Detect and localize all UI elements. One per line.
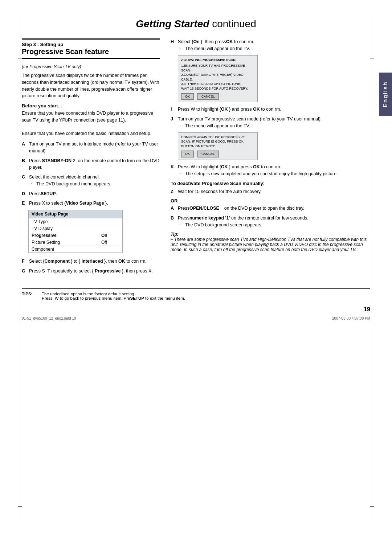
step-content-deact-A: PressOPEN/CLOSE on the DVD player to ope…	[178, 205, 370, 212]
page-container: English Getting Started continued Step 3…	[0, 0, 392, 554]
row-value-component	[101, 247, 119, 252]
step-content-D: PressSETUP.	[29, 190, 160, 197]
right-column: H Select {On }, then pressOK to con rm. …	[171, 38, 370, 278]
screen1-line3: 3.IF THERE IS A DISTORTED PICTURE,	[181, 82, 254, 86]
row-value-picture: Off	[101, 240, 119, 245]
sub-text-H: The menu will appear on the TV.	[185, 45, 250, 52]
language-tab: English	[379, 73, 392, 116]
tips-label: TIPS:	[22, 292, 38, 300]
step-letter-B: B	[22, 157, 27, 171]
sub-dot-K: ‧	[179, 171, 183, 177]
step-letter-F: F	[22, 258, 27, 265]
screen1-line2: 2.CONNECT USING YPBPR(GBR) VIDEO CABLE.	[181, 73, 254, 82]
page-title-continued: continued	[212, 18, 256, 29]
step-E: E Press X to select {Video Setup Page }.	[22, 200, 160, 207]
table-header: Video Setup Page	[29, 210, 122, 218]
footer-left: 01-51_dvp5160_12_eng2.indd 19	[22, 316, 76, 320]
step-letter-E: E	[22, 200, 27, 207]
language-tab-label: English	[382, 81, 389, 107]
step-letter-Z: Z	[171, 188, 176, 195]
step-letter-deact-B: B	[171, 215, 176, 229]
step-deact-A: A PressOPEN/CLOSE on the DVD player to o…	[171, 205, 370, 212]
step-content-deact-B: Pressnumeric keypad '1' on the remote co…	[178, 215, 370, 229]
table-row-tvdisplay: TV Display	[29, 225, 122, 232]
sub-dot-J: ‧	[179, 123, 183, 130]
tips-line1: The underlined option is the factory def…	[42, 292, 370, 296]
tips-line2: Press W to go back to previous menu item…	[42, 296, 370, 300]
before-start-text: Ensure that you have connected this DVD …	[22, 110, 160, 137]
step-K: K Press W to highlight {OK } and press O…	[171, 164, 370, 177]
page-title-main: Getting Started	[136, 18, 209, 29]
tip-label: Tip:	[171, 232, 179, 237]
step-content-G: Press S T repeatedly to select { Progres…	[29, 268, 160, 275]
screen1-line4: WAIT 15 SECONDS FOR AUTO RECOVERY.	[181, 86, 254, 91]
margin-mark	[370, 58, 374, 58]
tips-underline: underlined option	[50, 292, 82, 296]
step-Z: Z Wait for 15 seconds for the auto recov…	[171, 188, 370, 195]
tips-bar: TIPS: The underlined option is the facto…	[22, 288, 370, 303]
deactivate-heading: To deactivate Progressive Scan manually:	[171, 181, 370, 186]
step-letter-K: K	[171, 164, 176, 177]
table-row-tvtype: TV Type	[29, 218, 122, 225]
step-letter-D: D	[22, 190, 27, 197]
margin-mark	[18, 506, 22, 507]
row-label-tvtype: TV Type	[32, 219, 101, 224]
step-content-Z: Wait for 15 seconds for the auto recover…	[178, 188, 370, 195]
step-letter-G: G	[22, 268, 27, 275]
left-column: Step 3 : Setting up Progressive Scan fea…	[22, 38, 160, 278]
step-H: H Select {On }, then pressOK to con rm. …	[171, 38, 370, 52]
sub-dot: ‧	[30, 181, 34, 188]
step-content-A: Turn on your TV and set to interlace mod…	[29, 141, 160, 155]
screen2-buttons: OK CANCEL	[181, 151, 254, 157]
step-content-I: Press W to highlight {OK } and press OK …	[178, 106, 370, 113]
step-deact-B: B Pressnumeric keypad '1' on the remote …	[171, 215, 370, 229]
step-I: I Press W to highlight {OK } and press O…	[171, 106, 370, 113]
step-content-B: Press STANDBY-ON 2 on the remote control…	[29, 157, 160, 171]
table-row-component: Component	[29, 246, 122, 253]
screen1-buttons: OK CANCEL	[181, 93, 254, 100]
before-start-label: Before you start...	[22, 103, 160, 108]
step-content-K: Press W to highlight {OK } and press OK …	[178, 164, 370, 177]
step-letter-J: J	[171, 116, 176, 130]
right-margin-line	[372, 18, 372, 518]
row-value-tvtype	[101, 219, 119, 224]
sub-text-C: The DVD background menu appears.	[36, 181, 111, 188]
step-letter-H: H	[171, 38, 176, 52]
row-label-tvdisplay: TV Display	[32, 226, 101, 231]
step-J: J Turn on your TV progressive scan mode …	[171, 116, 370, 130]
step-D: D PressSETUP.	[22, 190, 160, 197]
step-heading: Step 3 : Setting up Progressive Scan fea…	[22, 38, 160, 59]
screen1-cancel-btn: CANCEL	[197, 93, 219, 100]
margin-mark	[370, 506, 374, 507]
or-label: OR	[171, 198, 370, 204]
sub-dot-H: ‧	[179, 45, 183, 52]
step-B: B Press STANDBY-ON 2 on the remote contr…	[22, 157, 160, 171]
sub-text-deact-B: The DVD background screen appears.	[185, 222, 262, 229]
tip-section: Tip: – There are some progressive scan T…	[171, 232, 370, 252]
screen1-line1: 1.ENSURE YOUR TV HAS PROGRESSIVE SCAN	[181, 63, 254, 73]
footer-info: 01-51_dvp5160_12_eng2.indd 19 2007-03-30…	[22, 316, 370, 320]
screen2-cancel-btn: CANCEL	[197, 151, 219, 157]
sub-dot-deact-B: ‧	[179, 222, 183, 229]
step-A: A Turn on your TV and set to interlace m…	[22, 141, 160, 155]
row-value-tvdisplay	[101, 226, 119, 231]
screen1-ok-btn: OK	[181, 93, 194, 100]
tip-text: – There are some progressive scan TVs an…	[171, 237, 367, 252]
step-content-H: Select {On }, then pressOK to con rm. ‧ …	[178, 38, 370, 52]
tips-text: The underlined option is the factory def…	[42, 292, 370, 300]
step-label: Step 3 : Setting up	[22, 42, 160, 47]
screen-mockup-2: CONFIRM AGAIN TO USE PROGRESSIVE SCAN. I…	[178, 132, 258, 160]
step-content-F: Select {Component } to { Interlaced }, t…	[29, 258, 160, 265]
row-value-progressive: On	[101, 233, 119, 238]
step-content-J: Turn on your TV progressive scan mode (r…	[178, 116, 370, 130]
main-content: Step 3 : Setting up Progressive Scan fea…	[22, 38, 370, 278]
margin-mark	[18, 58, 22, 58]
sub-text-J: The menu will appear on the TV.	[185, 123, 250, 130]
step-C: C Select the correct video-in channel. ‧…	[22, 174, 160, 188]
step-letter-deact-A: A	[171, 205, 176, 212]
step-content-C: Select the correct video-in channel. ‧ T…	[29, 174, 160, 188]
screen2-title: CONFIRM AGAIN TO USE PROGRESSIVE SCAN. I…	[181, 135, 254, 149]
step-letter-I: I	[171, 106, 176, 113]
row-label-component: Component	[32, 247, 101, 252]
page-number: 19	[22, 306, 370, 313]
